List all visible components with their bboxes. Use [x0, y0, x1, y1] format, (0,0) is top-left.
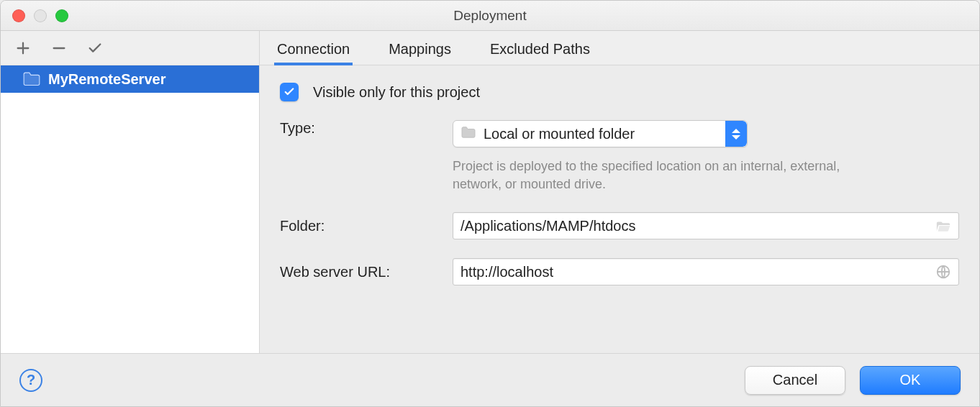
- visible-only-label: Visible only for this project: [313, 84, 480, 101]
- type-select-value: Local or mounted folder: [484, 126, 718, 142]
- titlebar: Deployment: [1, 1, 979, 31]
- window-title: Deployment: [1, 8, 979, 24]
- type-label: Type:: [280, 120, 445, 137]
- folder-input-value: /Applications/MAMP/htdocs: [460, 218, 928, 234]
- tab-connection[interactable]: Connection: [276, 32, 351, 65]
- check-icon: [87, 40, 103, 56]
- type-hint: Project is deployed to the specified loc…: [453, 157, 856, 193]
- server-list-toolbar: [1, 31, 259, 65]
- chevron-updown-icon: [725, 121, 747, 147]
- url-input-value: http://localhost: [460, 264, 928, 280]
- remove-server-button[interactable]: [50, 39, 68, 58]
- add-server-button[interactable]: [14, 39, 32, 58]
- plus-icon: [15, 40, 31, 56]
- zoom-window-icon[interactable]: [55, 9, 68, 22]
- close-window-icon[interactable]: [12, 9, 25, 22]
- folder-label: Folder:: [280, 218, 445, 234]
- traffic-lights: [1, 9, 68, 22]
- folder-icon: [460, 126, 476, 142]
- server-list: MyRemoteServer: [1, 65, 259, 353]
- dialog-footer: ? Cancel OK: [1, 353, 979, 406]
- minus-icon: [51, 40, 67, 56]
- server-item-label: MyRemoteServer: [48, 71, 165, 88]
- type-select[interactable]: Local or mounted folder: [453, 120, 748, 147]
- browse-folder-button[interactable]: [935, 218, 951, 234]
- server-list-panel: MyRemoteServer: [1, 31, 260, 353]
- help-button[interactable]: ?: [19, 369, 42, 392]
- visible-only-checkbox[interactable]: [280, 83, 299, 101]
- folder-input[interactable]: /Applications/MAMP/htdocs: [453, 212, 959, 239]
- folder-row: Folder: /Applications/MAMP/htdocs: [280, 212, 959, 239]
- globe-icon: [935, 264, 951, 280]
- minimize-window-icon[interactable]: [34, 9, 47, 22]
- type-row: Type: Local or mounted folder Project is…: [280, 120, 959, 193]
- url-label: Web server URL:: [280, 264, 445, 280]
- main-split: MyRemoteServer Connection Mappings Exclu…: [1, 31, 979, 353]
- checkmark-icon: [283, 86, 296, 99]
- tab-excluded-paths[interactable]: Excluded Paths: [489, 32, 591, 65]
- cancel-button[interactable]: Cancel: [745, 366, 845, 395]
- url-row: Web server URL: http://localhost: [280, 258, 959, 285]
- visible-only-row: Visible only for this project: [280, 83, 959, 101]
- open-in-browser-button[interactable]: [935, 264, 951, 280]
- tab-mappings[interactable]: Mappings: [387, 32, 453, 65]
- server-item-myremoteserver[interactable]: MyRemoteServer: [1, 65, 259, 93]
- set-default-button[interactable]: [86, 39, 104, 58]
- folder-icon: [22, 72, 41, 86]
- tab-bar: Connection Mappings Excluded Paths: [260, 31, 979, 65]
- url-input[interactable]: http://localhost: [453, 258, 959, 285]
- ok-button[interactable]: OK: [860, 366, 961, 395]
- connection-form: Visible only for this project Type: Loca…: [260, 65, 979, 293]
- open-folder-icon: [935, 218, 951, 234]
- detail-panel: Connection Mappings Excluded Paths Visib…: [260, 31, 979, 353]
